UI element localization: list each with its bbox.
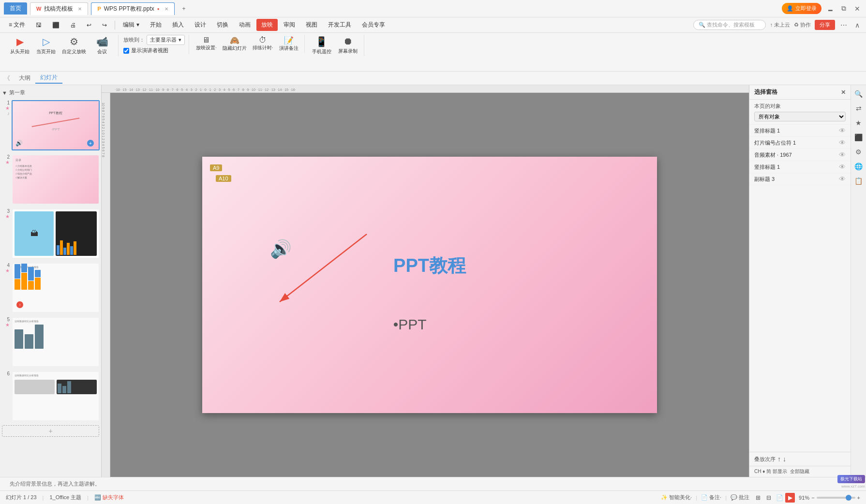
notes-button[interactable]: 📝 演讲备注 — [277, 35, 300, 53]
menu-collapse-btn[interactable]: ∧ — [852, 20, 862, 30]
tab-ppt-close[interactable]: ✕ — [164, 6, 168, 12]
hide-slides-button[interactable]: 🙈 隐藏幻灯片 — [221, 35, 249, 53]
panel-item-audio[interactable]: 音频素材 · 1967 👁 — [749, 149, 851, 161]
objects-select[interactable]: 所有对象 — [754, 112, 846, 121]
side-icon-3[interactable]: ★ — [853, 117, 864, 129]
tab-find-template[interactable]: W 找稿壳模板 ✕ — [30, 2, 88, 15]
reading-view-btn[interactable]: 📄 — [775, 493, 784, 503]
collapse-panel-btn[interactable]: 《 — [4, 74, 10, 83]
menu-expand-btn[interactable]: ⋯ — [839, 20, 849, 30]
close-icon[interactable]: ✕ — [78, 6, 82, 12]
minimize-button[interactable]: 🗕 — [825, 4, 835, 14]
slideshow-settings-button[interactable]: 🖥 放映设置· — [194, 35, 219, 53]
zoom-in-btn[interactable]: + — [857, 495, 860, 501]
phone-remote-button[interactable]: 📱 手机遥控 — [310, 35, 334, 56]
objects-label: 本页的对象 — [754, 103, 846, 110]
menu-redo[interactable]: ↪ — [97, 20, 112, 30]
search-box[interactable]: 🔍 查找命令、搜索模板 — [693, 20, 766, 30]
panel-item-placeholder1[interactable]: 竖排标题 1 👁 — [749, 125, 851, 137]
side-icon-4[interactable]: ⬛ — [852, 132, 865, 143]
slide-thumb-2[interactable]: 目录 √ 介绍基本信息 √ 介绍公司部门 √ 综合介绍产品 √ 解决方案 — [12, 154, 100, 205]
add-tab-button[interactable]: + — [178, 3, 191, 14]
side-icon-5[interactable]: ⚙ — [853, 146, 864, 158]
normal-view-btn[interactable]: ⊞ — [753, 493, 763, 503]
add-slide-button[interactable]: + — [2, 425, 99, 437]
maximize-button[interactable]: ⧉ — [839, 4, 849, 14]
panel-item-placeholder2[interactable]: 灯片编号占位符 1 👁 — [749, 137, 851, 149]
timer-button[interactable]: ⏱ 排练计时· — [251, 35, 275, 53]
side-icon-2[interactable]: ⇄ — [854, 103, 864, 114]
from-start-button[interactable]: ▶ 从头开始 — [8, 35, 32, 56]
badge-a10: A10 — [216, 175, 231, 182]
eye-icon-1[interactable]: 👁 — [839, 127, 846, 134]
layer-up-btn[interactable]: ↑ — [777, 455, 781, 463]
zoom-slider[interactable] — [817, 497, 855, 499]
smart-beautify[interactable]: ✨ 智能美化· — [661, 494, 692, 501]
wps-logo-icon: W — [36, 6, 41, 12]
slide-thumb-3[interactable]: 🏔 — [12, 208, 100, 259]
right-panel-close[interactable]: ✕ — [841, 89, 846, 96]
eye-icon-4[interactable]: 👁 — [839, 163, 846, 171]
menu-review[interactable]: 审阅 — [279, 19, 300, 31]
home-tab[interactable]: 首页 — [4, 2, 27, 15]
side-icon-6[interactable]: 🌐 — [852, 161, 865, 172]
menu-developer[interactable]: 开发工具 — [323, 19, 356, 31]
side-icon-7[interactable]: 📋 — [852, 175, 865, 187]
record-screen-button[interactable]: ⏺ 屏幕录制 — [336, 35, 360, 56]
slide-1-meta: 1 ★ ♪ — [2, 98, 12, 116]
menu-edit[interactable]: 编辑 ▾ — [118, 19, 144, 31]
menu-file[interactable]: ≡ 文件 — [4, 19, 30, 31]
side-icon-1[interactable]: 🔍 — [852, 88, 865, 100]
cloud-save-btn[interactable]: ↑ 未上云 — [770, 21, 790, 29]
playto-select[interactable]: 主要显示器 ▾ — [147, 35, 185, 45]
zoom-out-btn[interactable]: − — [811, 495, 814, 501]
menu-view[interactable]: 视图 — [301, 19, 322, 31]
ch-display-btn[interactable]: CH ♦ 简 部显示 — [754, 468, 787, 475]
eye-icon-2[interactable]: 👁 — [839, 139, 846, 147]
tab-ppt[interactable]: P WPS PPT教程.pptx ● ✕ — [91, 2, 174, 15]
slide-thumb-row-5: 5 ★ 业务数据对比分析报告 — [2, 315, 99, 369]
menu-save[interactable]: 🖫 — [31, 20, 46, 30]
close-button[interactable]: ✕ — [852, 4, 862, 14]
tab-outline[interactable]: 大纲 — [14, 73, 35, 83]
missing-font[interactable]: 🔤 缺失字体 — [94, 494, 124, 501]
zoom-area: 91% − + — [799, 495, 860, 501]
slide-thumb-row-4: 4 ★ 业务数据对比分析报告 — [2, 261, 99, 315]
menu-design[interactable]: 设计 — [190, 19, 211, 31]
slide-1-add[interactable]: + — [87, 140, 94, 147]
menu-transition[interactable]: 切换 — [212, 19, 233, 31]
collaborate-btn[interactable]: ♻ 协作 — [794, 21, 811, 29]
slide-1-add-icon[interactable]: + — [87, 140, 94, 147]
menu-slideshow[interactable]: 放映 — [256, 19, 278, 31]
panel-item-subtitle[interactable]: 副标题 3 👁 — [749, 173, 851, 185]
menu-print[interactable]: 🖨 — [65, 20, 81, 30]
slide-5-chart — [15, 325, 97, 349]
slideshow-btn[interactable]: ▶ — [785, 493, 795, 503]
eye-icon-3[interactable]: 👁 — [839, 151, 846, 159]
slide-thumb-1[interactable]: PPT教程 ·PPT 🔊 + 当页开始 — [12, 100, 100, 150]
meeting-button[interactable]: 📹 会议 — [90, 35, 114, 56]
current-page-button[interactable]: ▷ 当页开始 — [34, 35, 58, 56]
slide-sorter-btn[interactable]: ⊟ — [764, 493, 774, 503]
menu-saveas[interactable]: ⬛ — [47, 20, 64, 30]
slide-thumb-4[interactable]: 业务数据对比分析报告 — [12, 263, 100, 313]
panel-item-placeholder3[interactable]: 竖排标题 1 👁 — [749, 161, 851, 173]
presenter-view-checkbox[interactable] — [123, 48, 129, 54]
menu-insert[interactable]: 插入 — [167, 19, 189, 31]
register-button[interactable]: 👤 立即登录 — [782, 3, 821, 14]
custom-slideshow-button[interactable]: ⚙ 自定义放映 — [60, 35, 88, 56]
menu-home[interactable]: 开始 — [145, 19, 166, 31]
tab-slides[interactable]: 幻灯片 — [35, 73, 62, 84]
comment-btn[interactable]: 💬 批注 — [731, 494, 749, 501]
slide-thumb-6[interactable]: 业务数据对比分析报告 — [12, 371, 100, 421]
menu-vip[interactable]: 会员专享 — [357, 19, 390, 31]
menu-undo[interactable]: ↩ — [82, 20, 96, 30]
prepare-btn[interactable]: 📄 备注· — [701, 494, 721, 501]
menu-animation[interactable]: 动画 — [234, 19, 255, 31]
hide-all-btn[interactable]: 全部隐藏 — [790, 468, 809, 475]
slide-thumb-5[interactable]: 业务数据对比分析报告 — [12, 317, 100, 367]
share-button[interactable]: 分享 — [815, 20, 835, 30]
eye-icon-5[interactable]: 👁 — [839, 175, 846, 183]
record-screen-label: 屏幕录制 — [338, 48, 358, 55]
layer-down-btn[interactable]: ↓ — [783, 455, 786, 463]
